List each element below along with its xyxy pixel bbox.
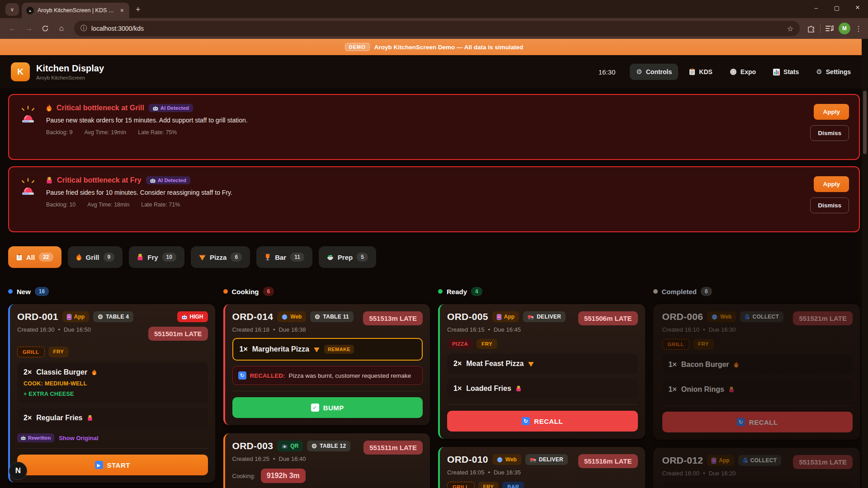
- recalled-notice: ↻ RECALLED: Pizza was burnt, customer re…: [232, 366, 423, 385]
- browser-tab[interactable]: ▲ Aroyb KitchenScreen | KDS Demo ×: [22, 3, 129, 18]
- plate-icon: [730, 68, 737, 75]
- dot-separator: •: [488, 469, 490, 476]
- show-original-link[interactable]: Show Original: [59, 435, 98, 441]
- address-bar[interactable]: ⓘ localhost:3000/kds ☆: [74, 21, 800, 36]
- dismiss-button[interactable]: Dismiss: [810, 125, 849, 141]
- late-badge: 551511m LATE: [363, 441, 423, 455]
- item-name: Classic Burger: [36, 368, 87, 376]
- profile-avatar[interactable]: M: [839, 23, 850, 34]
- home-icon[interactable]: ⌂: [54, 21, 69, 36]
- demo-banner-text: Aroyb KitchenScreen Demo — All data is s…: [374, 44, 524, 51]
- site-info-icon[interactable]: ⓘ: [80, 24, 87, 33]
- order-item: 1× Bacon Burger: [662, 355, 853, 375]
- globe-icon: [282, 314, 288, 320]
- column-count-badge: 6: [701, 287, 712, 296]
- alert-late-rate: Late Rate: 71%: [141, 202, 180, 208]
- order-card-ord-005[interactable]: ORD-005 App DELIVER Created 16:15: [438, 304, 645, 439]
- created-time: Created 16:25: [232, 455, 269, 462]
- order-card-ord-014[interactable]: ORD-014 Web TABLE 11 Created 16:18: [223, 304, 430, 425]
- maximize-button[interactable]: ▢: [826, 0, 847, 15]
- order-card-ord-010[interactable]: ORD-010 Web DELIVER Created 16:05: [438, 447, 645, 488]
- apply-button[interactable]: Apply: [814, 176, 849, 192]
- station-tab-grill[interactable]: Grill 9: [68, 246, 123, 268]
- controls-button[interactable]: ⚙ Controls: [630, 64, 678, 80]
- recall-button[interactable]: ↻ RECALL: [662, 412, 853, 432]
- globe-icon: [497, 457, 503, 463]
- station-chip-fry: FRY: [48, 347, 69, 357]
- late-badge: 551501m LATE: [148, 327, 208, 341]
- alert-avg-time: Avg Time: 19min: [84, 129, 126, 136]
- nav-kds-button[interactable]: KDS: [683, 64, 719, 80]
- order-card-ord-006[interactable]: ORD-006 Web COLLECT Created 16:10: [653, 304, 860, 440]
- station-tab-pizza[interactable]: Pizza 6: [191, 246, 250, 268]
- order-id: ORD-014: [232, 311, 274, 322]
- start-button[interactable]: ▶ START: [17, 455, 208, 475]
- station-count-badge: 6: [231, 253, 242, 262]
- column-title: Ready: [447, 288, 467, 296]
- media-controls-icon[interactable]: [825, 25, 834, 32]
- station-chip-bar: BAR: [502, 482, 524, 488]
- station-count-badge: 11: [290, 253, 304, 262]
- station-tab-label: All: [26, 253, 35, 261]
- channel-badge-app: App: [707, 455, 734, 466]
- channel-label: Web: [290, 314, 302, 320]
- pizza-icon: [314, 347, 320, 352]
- clipboard-icon: [16, 254, 22, 261]
- fries-icon: [87, 415, 93, 421]
- bookmark-star-icon[interactable]: ☆: [787, 24, 793, 33]
- robot-icon: [153, 106, 158, 111]
- play-icon: ▶: [95, 461, 103, 469]
- flame-icon: [46, 104, 52, 112]
- recall-icon: ↻: [522, 417, 530, 425]
- tab-close-icon[interactable]: ×: [119, 7, 125, 14]
- close-button[interactable]: ×: [847, 0, 868, 15]
- kds-label: KDS: [699, 68, 712, 75]
- collect-label: COLLECT: [752, 314, 779, 320]
- station-tab-bar[interactable]: Bar 11: [256, 246, 312, 268]
- station-tab-fry[interactable]: Fry 10: [129, 246, 184, 268]
- minimize-button[interactable]: –: [806, 0, 826, 15]
- page-subtitle: Aroyb KitchenScreen: [36, 75, 104, 80]
- station-tab-all[interactable]: All 22: [8, 246, 61, 268]
- station-tab-prep[interactable]: Prep 5: [319, 246, 376, 268]
- priority-badge-high: HIGH: [177, 311, 208, 322]
- url-text[interactable]: localhost:3000/kds: [91, 25, 783, 32]
- tab-search-button[interactable]: ∨: [5, 3, 19, 16]
- bump-button[interactable]: ✓ BUMP: [232, 397, 423, 418]
- order-id: ORD-010: [447, 454, 488, 465]
- ai-detected-badge: AI Detected: [149, 104, 193, 112]
- due-time: Due 16:20: [708, 470, 736, 477]
- channel-label: App: [74, 314, 85, 320]
- late-badge: 551521m LATE: [793, 311, 853, 325]
- apply-button[interactable]: Apply: [814, 104, 849, 120]
- back-icon[interactable]: ←: [5, 21, 20, 36]
- card-divider: [447, 404, 638, 405]
- dismiss-button[interactable]: Dismiss: [810, 197, 849, 213]
- order-card-ord-001[interactable]: ORD-001 App TABLE 4 Created 16:30: [8, 304, 215, 483]
- reload-icon[interactable]: [38, 21, 52, 36]
- nav-expo-button[interactable]: Expo: [723, 64, 762, 80]
- alert-late-rate: Late Rate: 75%: [138, 129, 177, 136]
- station-chip-fry: FRY: [476, 339, 497, 349]
- extensions-icon[interactable]: [807, 24, 816, 33]
- recall-button[interactable]: ↻ RECALL: [447, 411, 638, 432]
- page-scrollbar[interactable]: [862, 39, 868, 488]
- order-card-ord-003[interactable]: ORD-003 QR TABLE 12 Created 16:25: [223, 433, 430, 488]
- gear-icon: ⚙: [636, 68, 642, 76]
- siren-icon: [19, 106, 37, 125]
- nav-stats-button[interactable]: Stats: [767, 64, 805, 80]
- station-tab-label: Prep: [338, 253, 353, 261]
- forward-icon[interactable]: →: [22, 21, 36, 36]
- table-label: TABLE 11: [323, 314, 349, 320]
- created-time: Created 16:15: [447, 326, 484, 333]
- tab-title: Aroyb KitchenScreen | KDS Demo: [38, 7, 116, 14]
- browser-menu-icon[interactable]: ⋮: [855, 24, 863, 33]
- nextjs-dev-badge[interactable]: N: [9, 462, 27, 480]
- new-tab-button[interactable]: +: [136, 5, 141, 14]
- order-card-ord-012[interactable]: ORD-012 App COLLECT Created 16:00: [653, 448, 860, 488]
- nav-settings-button[interactable]: ⚙ Settings: [810, 64, 857, 80]
- deliver-label: DELIVER: [537, 314, 561, 320]
- demo-badge: DEMO: [345, 43, 370, 51]
- card-divider: [232, 391, 423, 391]
- scrollbar-thumb[interactable]: [863, 91, 867, 154]
